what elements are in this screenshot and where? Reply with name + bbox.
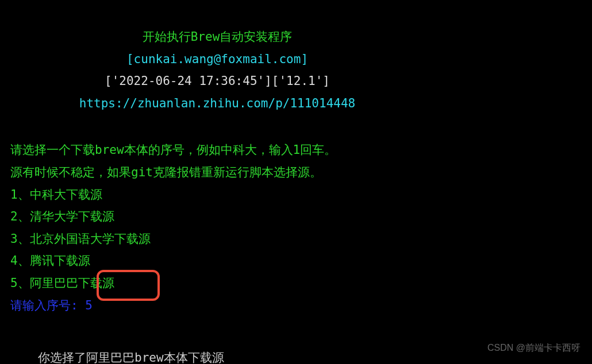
option-item: 1、中科大下载源 xyxy=(10,185,592,205)
terminal-window[interactable]: 开始执行Brew自动安装程序 [cunkai.wang@foxmail.com]… xyxy=(0,28,592,364)
contact-email: [cunkai.wang@foxmail.com] xyxy=(10,50,424,69)
header-block: 开始执行Brew自动安装程序 [cunkai.wang@foxmail.com]… xyxy=(10,28,424,113)
prompt-label: 请输入序号: xyxy=(10,299,85,312)
input-prompt-line[interactable]: 请输入序号: 5 xyxy=(10,296,592,316)
watermark-text: CSDN @前端卡卡西呀 xyxy=(487,340,581,355)
prompt-input-value[interactable]: 5 xyxy=(85,299,93,312)
option-item: 3、北京外国语大学下载源 xyxy=(10,230,592,249)
option-item: 2、清华大学下载源 xyxy=(10,207,592,227)
instruction-line-1: 请选择一个下载brew本体的序号，例如中科大，输入1回车。 xyxy=(10,141,592,160)
installer-title: 开始执行Brew自动安装程序 xyxy=(10,28,424,47)
instruction-line-2: 源有时候不稳定，如果git克隆报错重新运行脚本选择源。 xyxy=(10,163,592,183)
option-item: 5、阿里巴巴下载源 xyxy=(10,274,592,293)
option-item: 4、腾讯下载源 xyxy=(10,251,592,271)
reference-url: https://zhuanlan.zhihu.com/p/111014448 xyxy=(10,94,424,114)
timestamp-info: ['2022-06-24 17:36:45']['12.1'] xyxy=(10,72,424,91)
